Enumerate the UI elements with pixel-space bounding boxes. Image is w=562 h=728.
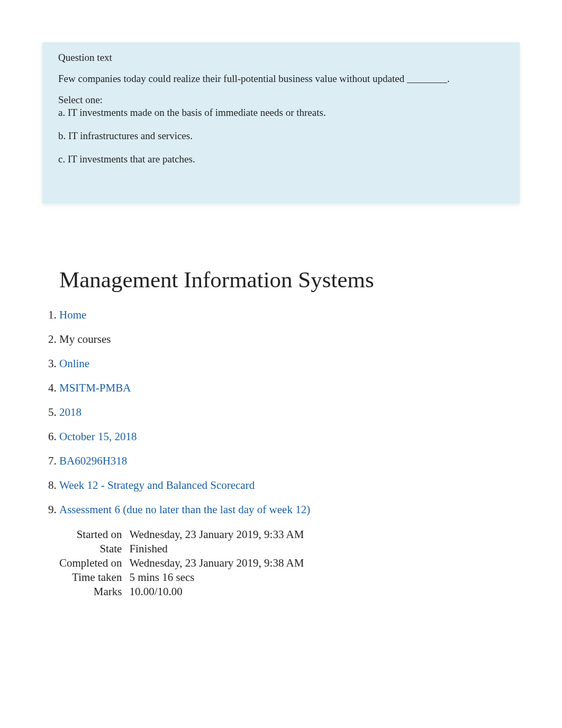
breadcrumb-item-assessment: Assessment 6 (due no later than the last…: [59, 503, 562, 516]
breadcrumb-link-coursecode[interactable]: BA60296H318: [59, 454, 127, 467]
breadcrumb-item-home: Home: [59, 308, 562, 322]
question-text-label: Question text: [58, 52, 504, 63]
marks-value: 10.00/10.00: [129, 585, 308, 599]
breadcrumb-link-assessment[interactable]: Assessment 6 (due no later than the last…: [59, 503, 310, 516]
question-box: Question text Few companies today could …: [42, 42, 520, 203]
breadcrumb: Home My courses Online MSITM-PMBA 2018 O…: [59, 308, 562, 516]
attempt-summary-table: Started on Wednesday, 23 January 2019, 9…: [59, 527, 308, 599]
breadcrumb-item-online: Online: [59, 357, 562, 370]
breadcrumb-item-year: 2018: [59, 406, 562, 419]
state-label: State: [59, 542, 129, 556]
breadcrumb-item-program: MSITM-PMBA: [59, 381, 562, 395]
option-a-text: a. IT investments made on the basis of i…: [58, 107, 326, 118]
started-on-value: Wednesday, 23 January 2019, 9:33 AM: [129, 527, 308, 542]
marks-label: Marks: [59, 585, 129, 599]
table-row: Marks 10.00/10.00: [59, 585, 308, 599]
answer-option-a[interactable]: a. IT investments made on the basis of i…: [58, 107, 504, 119]
breadcrumb-link-home[interactable]: Home: [59, 308, 86, 321]
table-row: State Finished: [59, 542, 308, 556]
breadcrumb-item-mycourses: My courses: [59, 333, 562, 346]
time-taken-label: Time taken: [59, 570, 129, 585]
state-value: Finished: [129, 542, 308, 556]
answer-option-c[interactable]: c. IT investments that are patches.: [58, 153, 504, 165]
breadcrumb-link-program[interactable]: MSITM-PMBA: [59, 381, 131, 394]
breadcrumb-text-mycourses: My courses: [59, 333, 111, 345]
completed-on-value: Wednesday, 23 January 2019, 9:38 AM: [129, 556, 308, 570]
completed-on-label: Completed on: [59, 556, 129, 570]
table-row: Time taken 5 mins 16 secs: [59, 570, 308, 585]
breadcrumb-item-week: Week 12 - Strategy and Balanced Scorecar…: [59, 479, 562, 492]
breadcrumb-link-date[interactable]: October 15, 2018: [59, 430, 137, 443]
table-row: Completed on Wednesday, 23 January 2019,…: [59, 556, 308, 570]
course-title: Management Information Systems: [59, 267, 562, 293]
breadcrumb-link-online[interactable]: Online: [59, 357, 89, 370]
table-row: Started on Wednesday, 23 January 2019, 9…: [59, 527, 308, 542]
time-taken-value: 5 mins 16 secs: [129, 570, 308, 585]
breadcrumb-item-date: October 15, 2018: [59, 430, 562, 443]
answer-option-b[interactable]: b. IT infrastructures and services.: [58, 130, 504, 142]
question-prompt: Few companies today could realize their …: [58, 73, 504, 85]
started-on-label: Started on: [59, 527, 129, 542]
breadcrumb-link-week[interactable]: Week 12 - Strategy and Balanced Scorecar…: [59, 479, 255, 492]
breadcrumb-item-coursecode: BA60296H318: [59, 454, 562, 468]
select-one-label: Select one:: [58, 94, 504, 106]
option-b-text: b. IT infrastructures and services.: [58, 130, 193, 141]
option-c-text: c. IT investments that are patches.: [58, 153, 195, 165]
breadcrumb-link-year[interactable]: 2018: [59, 406, 81, 418]
